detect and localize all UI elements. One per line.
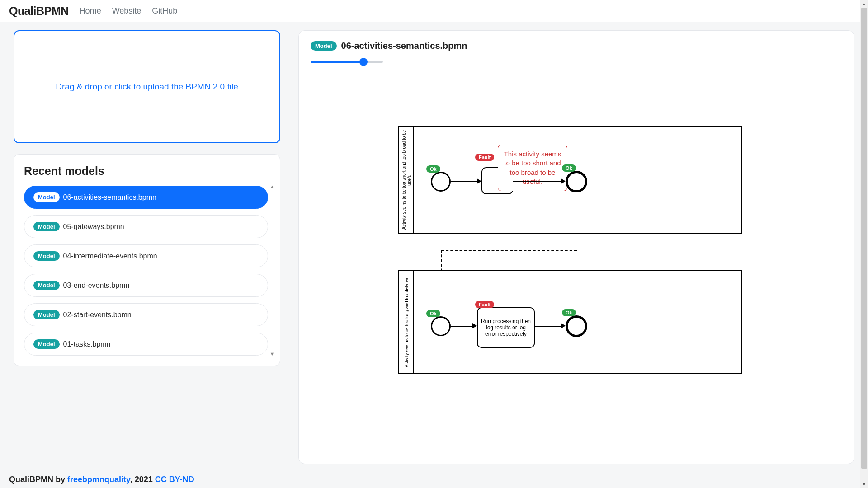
model-badge: Model (33, 222, 60, 231)
bpmn-lane: Activity seems to be too long and too de… (398, 270, 742, 374)
model-badge: Model (33, 310, 60, 319)
sequence-flow (535, 326, 562, 327)
lane-label: Activity seems to be too short and too b… (401, 127, 414, 233)
model-badge: Model (33, 339, 60, 349)
diagram-viewer: Model 06-activities-semantics.bpmn Activ… (298, 30, 854, 464)
recent-models-list: Model 06-activities-semantics.bpmn Model… (24, 186, 268, 356)
nav-link-github[interactable]: GitHub (152, 6, 177, 16)
viewer-filename: 06-activities-semantics.bpmn (341, 41, 467, 51)
recent-model-item[interactable]: Model 05-gateways.bpmn (24, 215, 268, 238)
zoom-slider[interactable] (311, 59, 383, 64)
ok-badge: Ok (562, 309, 576, 316)
start-event[interactable] (431, 316, 451, 336)
recent-scroll-up-icon[interactable]: ▲ (269, 184, 275, 190)
model-badge: Model (33, 251, 60, 261)
arrow-head-icon (472, 323, 477, 328)
recent-models-title: Recent models (24, 164, 274, 178)
navbar: QualiBPMN Home Website GitHub (0, 0, 868, 22)
recent-model-item[interactable]: Model 04-intermediate-events.bpmn (24, 244, 268, 267)
footer: QualiBPMN by freebpmnquality, 2021 CC BY… (9, 475, 194, 484)
footer-prefix: QualiBPMN by (9, 475, 67, 484)
model-name: 04-intermediate-events.bpmn (63, 252, 157, 260)
model-name: 03-end-events.bpmn (63, 282, 130, 290)
zoom-slider-fill (311, 61, 363, 63)
bpmn-lane: Activity seems to be too short and too b… (398, 126, 742, 234)
arrow-head-icon (561, 178, 566, 184)
brand[interactable]: QualiBPMN (9, 5, 69, 18)
fault-badge: Fault (475, 301, 494, 308)
recent-model-item[interactable]: Model 02-start-events.bpmn (24, 303, 268, 326)
model-name: 02-start-events.bpmn (63, 311, 132, 319)
model-badge: Model (33, 192, 60, 202)
viewer-model-badge: Model (311, 41, 337, 51)
model-name: 06-activities-semantics.bpmn (63, 193, 156, 202)
bpmn-diagram[interactable]: Activity seems to be too short and too b… (398, 126, 742, 379)
start-event[interactable] (431, 172, 451, 192)
zoom-slider-thumb[interactable] (359, 58, 368, 66)
recent-model-item[interactable]: Model 01-tasks.bpmn (24, 333, 268, 356)
message-flow (441, 250, 577, 251)
arrow-head-icon (477, 178, 481, 184)
footer-author-link[interactable]: freebpmnquality (67, 475, 130, 484)
recent-models-card: Recent models ▲ Model 06-activities-sema… (14, 154, 280, 366)
scrollbar-up-icon[interactable]: ▲ (860, 0, 868, 8)
end-event[interactable] (566, 171, 587, 192)
end-event[interactable] (566, 315, 587, 337)
recent-scroll-down-icon[interactable]: ▼ (269, 351, 275, 357)
bpmn-task[interactable]: Run processing then log results or log e… (477, 307, 535, 348)
nav-link-home[interactable]: Home (80, 6, 101, 16)
nav-link-website[interactable]: Website (112, 6, 142, 16)
dropzone-text: Drag & drop or click to upload the BPMN … (56, 82, 238, 92)
ok-badge: Ok (426, 165, 440, 173)
model-name: 05-gateways.bpmn (63, 223, 124, 231)
footer-mid: , 2021 (130, 475, 155, 484)
footer-license-link[interactable]: CC BY-ND (155, 475, 194, 484)
upload-dropzone[interactable]: Drag & drop or click to upload the BPMN … (14, 30, 280, 143)
sequence-flow (513, 181, 562, 182)
fault-badge: Fault (475, 154, 494, 161)
ok-badge: Ok (562, 164, 576, 172)
annotation-box: This activity seems to be too short and … (498, 145, 567, 191)
lane-label: Activity seems to be too long and too de… (401, 271, 414, 373)
model-badge: Model (33, 281, 60, 290)
message-flow (576, 192, 576, 251)
sequence-flow (451, 326, 473, 327)
recent-model-item[interactable]: Model 03-end-events.bpmn (24, 274, 268, 297)
arrow-head-icon (561, 323, 566, 328)
scrollbar-down-icon[interactable]: ▼ (860, 480, 868, 488)
scrollbar-thumb[interactable] (861, 8, 867, 469)
recent-model-item[interactable]: Model 06-activities-semantics.bpmn (24, 186, 268, 209)
ok-badge: Ok (426, 310, 440, 317)
sequence-flow (451, 181, 478, 182)
page-scrollbar[interactable]: ▲ ▼ (860, 0, 868, 488)
model-name: 01-tasks.bpmn (63, 340, 111, 348)
